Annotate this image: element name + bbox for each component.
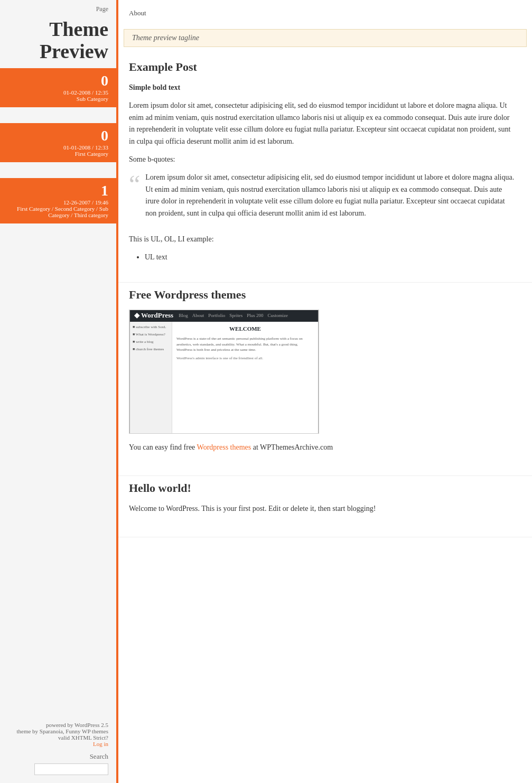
sidebar-footer: powered by WordPress 2.5 theme by Sparan… xyxy=(0,714,116,783)
post-content-example: Simple bold text Lorem ipsum dolor sit a… xyxy=(129,82,516,264)
post-meta-3: 1 12-26-2007 / 19:46 First Category / Se… xyxy=(0,178,116,223)
post-title-hello: Hello world! xyxy=(129,481,516,495)
log-in-link: Log in xyxy=(8,741,108,747)
wp-nav-items: Blog About Portfolio Sprites Plus 200 Cu… xyxy=(179,312,288,319)
theme-by: theme by Sparanoia, Funny WP themes xyxy=(8,728,108,734)
meta-spacer-1 xyxy=(0,107,116,123)
post-meta-2: 0 01-01-2008 / 12:33 First Category xyxy=(0,123,116,162)
wp-header-bar: ◆ WordPress Blog About Portfolio Sprites… xyxy=(130,310,318,322)
main-content: About Theme preview tagline Example Post… xyxy=(118,0,532,783)
hello-world-text: Welcome to WordPress. This is your first… xyxy=(129,503,516,515)
wordpress-text: You can easy find free Wordpress themes … xyxy=(129,442,516,453)
post-wordpress: Free Wordpress themes ◆ WordPress Blog A… xyxy=(118,283,532,476)
blockquote-text: Lorem ipsum dolor sit amet, consectetur … xyxy=(145,172,516,219)
post-content-wordpress: ◆ WordPress Blog About Portfolio Sprites… xyxy=(129,310,516,453)
header-bar: About xyxy=(118,0,532,26)
list-intro: This is UL, OL, LI example: xyxy=(129,234,516,245)
wp-sidebar-inner: ■ subscribe with SonL ■ What is Wordpres… xyxy=(130,322,172,433)
post-paragraph-1: Lorem ipsum dolor sit amet, consectetur … xyxy=(129,100,516,147)
bold-heading: Simple bold text xyxy=(129,82,516,94)
valid-xhtml: valid XHTML Strict? xyxy=(8,734,108,741)
sidebar-spacer xyxy=(0,223,116,714)
sidebar: Page Theme Preview 0 01-02-2008 / 12:35 … xyxy=(0,0,116,783)
post-title-example: Example Post xyxy=(129,60,516,74)
wp-main-inner: Welcome WordPress is a state-of-the-art … xyxy=(172,322,318,433)
ul-list: UL text xyxy=(145,251,516,263)
meta-spacer-2 xyxy=(0,162,116,178)
blockquote-mark: “ xyxy=(129,172,140,194)
bquote-label: Some b-quotes: xyxy=(129,154,516,165)
search-input[interactable] xyxy=(34,763,108,775)
site-title: Theme Preview xyxy=(0,16,116,68)
header-nav: About xyxy=(118,0,165,26)
wp-logo: ◆ WordPress xyxy=(134,310,173,321)
search-label: Search xyxy=(8,752,108,761)
sidebar-page-label: Page xyxy=(0,0,116,16)
post-meta-1: 0 01-02-2008 / 12:35 Sub Category xyxy=(0,68,116,107)
ul-item: UL text xyxy=(145,251,516,263)
powered-by: powered by WordPress 2.5 xyxy=(8,722,108,728)
blockquote-wrapper: “ Lorem ipsum dolor sit amet, consectetu… xyxy=(129,172,516,226)
about-link[interactable]: About xyxy=(129,9,146,17)
post-title-wordpress: Free Wordpress themes xyxy=(129,288,516,302)
tagline-bar: Theme preview tagline xyxy=(124,29,527,47)
wordpress-screenshot: ◆ WordPress Blog About Portfolio Sprites… xyxy=(129,310,319,434)
post-example: Example Post Simple bold text Lorem ipsu… xyxy=(118,55,532,283)
post-hello-world: Hello world! Welcome to WordPress. This … xyxy=(118,476,532,537)
wp-body: ■ subscribe with SonL ■ What is Wordpres… xyxy=(130,322,318,433)
post-content-hello: Welcome to WordPress. This is your first… xyxy=(129,503,516,515)
wp-screenshot-inner: ◆ WordPress Blog About Portfolio Sprites… xyxy=(129,310,319,434)
wordpress-themes-link[interactable]: Wordpress themes xyxy=(197,443,251,451)
